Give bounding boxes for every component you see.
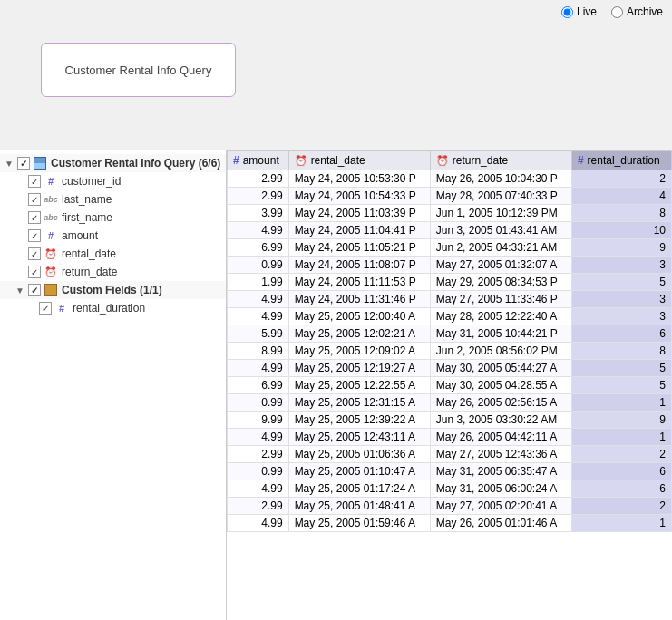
- table-icon: [33, 156, 47, 170]
- cell-amount: 6.99: [228, 239, 289, 257]
- query-box[interactable]: Customer Rental Info Query: [41, 43, 236, 97]
- tree-toggle-root[interactable]: ▼: [4, 159, 15, 169]
- col-label-return_date: return_date: [453, 154, 508, 167]
- cell-amount: 5.99: [228, 325, 289, 343]
- col-header-rental_duration[interactable]: # rental_duration: [571, 151, 671, 170]
- cell-rental_duration: 8: [571, 343, 671, 360]
- col-header-return_date[interactable]: ⏰ return_date: [430, 151, 571, 170]
- cell-rental_duration: 1: [571, 429, 671, 446]
- cell-return_date: May 29, 2005 08:34:53 P: [430, 274, 571, 291]
- cell-rental_duration: 5: [571, 274, 671, 291]
- tree-label-last_name: last_name: [62, 193, 112, 206]
- cell-return_date: May 26, 2005 10:04:30 P: [430, 170, 571, 188]
- archive-radio[interactable]: [611, 6, 623, 18]
- archive-label[interactable]: Archive: [627, 5, 663, 18]
- table-row: 0.99May 24, 2005 11:08:07 PMay 27, 2005 …: [228, 257, 672, 274]
- cell-rental_duration: 10: [571, 222, 671, 239]
- tree-label-rental_date: rental_date: [62, 247, 116, 260]
- cell-return_date: May 28, 2005 07:40:33 P: [430, 188, 571, 205]
- tree-toggle-spacer5: [15, 249, 25, 259]
- archive-radio-group[interactable]: Archive: [611, 5, 663, 18]
- hash-icon-col-rental_duration: #: [578, 154, 584, 167]
- clock-icon-return_date: ⏰: [44, 265, 58, 279]
- cell-return_date: May 31, 2005 06:00:24 A: [430, 480, 571, 498]
- cell-amount: 1.99: [228, 274, 289, 291]
- cell-rental_date: May 25, 2005 01:10:47 A: [288, 463, 430, 480]
- tree-item-last_name[interactable]: abc last_name: [0, 190, 226, 208]
- live-radio-group[interactable]: Live: [561, 5, 597, 18]
- cell-return_date: Jun 3, 2005 01:43:41 AM: [430, 222, 571, 239]
- tree-checkbox-custom[interactable]: [28, 284, 41, 296]
- cell-return_date: May 31, 2005 06:35:47 A: [430, 463, 571, 480]
- cell-amount: 6.99: [228, 377, 289, 394]
- right-panel[interactable]: # amount ⏰ rental_date ⏰ return_da: [227, 150, 672, 620]
- table-row: 0.99May 25, 2005 01:10:47 AMay 31, 2005 …: [228, 463, 672, 480]
- live-radio[interactable]: [561, 6, 573, 18]
- table-row: 1.99May 24, 2005 11:11:53 PMay 29, 2005 …: [228, 274, 672, 291]
- cell-rental_duration: 9: [571, 412, 671, 429]
- tree-checkbox-last_name[interactable]: [28, 193, 41, 206]
- col-label-rental_date: rental_date: [311, 154, 365, 167]
- cell-rental_date: May 25, 2005 12:02:21 A: [288, 325, 430, 343]
- tree-item-rental_date[interactable]: ⏰ rental_date: [0, 245, 226, 263]
- cell-return_date: May 26, 2005 01:01:46 A: [430, 515, 571, 532]
- tree-checkbox-customer_id[interactable]: [28, 175, 41, 188]
- table-row: 2.99May 24, 2005 10:53:30 PMay 26, 2005 …: [228, 170, 672, 188]
- cell-rental_duration: 3: [571, 291, 671, 308]
- tree-item-rental_duration[interactable]: # rental_duration: [0, 299, 226, 317]
- table-header-row: # amount ⏰ rental_date ⏰ return_da: [228, 151, 672, 170]
- tree-checkbox-first_name[interactable]: [28, 211, 41, 224]
- cell-rental_duration: 9: [571, 239, 671, 257]
- tree-toggle-custom[interactable]: ▼: [15, 286, 25, 295]
- tree-checkbox-amount[interactable]: [28, 229, 41, 242]
- tree-root[interactable]: ▼ Customer Rental Info Query (6/6): [0, 154, 226, 172]
- cell-amount: 0.99: [228, 463, 289, 480]
- cell-return_date: Jun 3, 2005 03:30:22 AM: [430, 412, 571, 429]
- tree-label-return_date: return_date: [62, 266, 117, 278]
- clock-icon-col-return_date: ⏰: [436, 155, 449, 167]
- tree-checkbox-rental_duration[interactable]: [39, 302, 52, 315]
- cell-rental_date: May 25, 2005 12:09:02 A: [288, 343, 430, 360]
- col-header-amount[interactable]: # amount: [228, 151, 289, 170]
- tree-label-rental_duration: rental_duration: [73, 302, 145, 315]
- tree-checkbox-return_date[interactable]: [28, 266, 41, 278]
- cell-amount: 4.99: [228, 291, 289, 308]
- table-row: 3.99May 24, 2005 11:03:39 PJun 1, 2005 1…: [228, 205, 672, 222]
- cell-amount: 4.99: [228, 429, 289, 446]
- live-label[interactable]: Live: [577, 5, 597, 18]
- cell-rental_duration: 3: [571, 257, 671, 274]
- cell-return_date: Jun 2, 2005 08:56:02 PM: [430, 343, 571, 360]
- cell-rental_duration: 8: [571, 205, 671, 222]
- cell-amount: 3.99: [228, 205, 289, 222]
- table-row: 9.99May 25, 2005 12:39:22 AJun 3, 2005 0…: [228, 412, 672, 429]
- tree-group-label: Custom Fields (1/1): [62, 284, 162, 296]
- cell-return_date: May 27, 2005 11:33:46 P: [430, 291, 571, 308]
- cell-rental_date: May 24, 2005 11:08:07 P: [288, 257, 430, 274]
- query-box-label: Customer Rental Info Query: [65, 63, 212, 77]
- cell-amount: 9.99: [228, 412, 289, 429]
- tree-checkbox-root[interactable]: [17, 157, 30, 170]
- tree-checkbox-rental_date[interactable]: [28, 247, 41, 260]
- hash-icon-col-amount: #: [233, 154, 239, 167]
- tree-toggle-spacer2: [15, 195, 25, 205]
- cell-amount: 4.99: [228, 480, 289, 498]
- cell-rental_duration: 3: [571, 308, 671, 325]
- tree-group-custom-fields[interactable]: ▼ Custom Fields (1/1): [0, 281, 226, 299]
- cell-rental_duration: 2: [571, 498, 671, 515]
- table-row: 4.99May 25, 2005 01:17:24 AMay 31, 2005 …: [228, 480, 672, 498]
- tree-item-return_date[interactable]: ⏰ return_date: [0, 263, 226, 281]
- col-header-rental_date[interactable]: ⏰ rental_date: [288, 151, 430, 170]
- table-row: 0.99May 25, 2005 12:31:15 AMay 26, 2005 …: [228, 394, 672, 412]
- cell-amount: 4.99: [228, 360, 289, 377]
- cell-return_date: Jun 1, 2005 10:12:39 PM: [430, 205, 571, 222]
- top-bar: Live Archive: [561, 5, 663, 18]
- tree-item-first_name[interactable]: abc first_name: [0, 208, 226, 227]
- tree-toggle-spacer: [15, 177, 25, 187]
- hash-icon-rental_duration: #: [54, 301, 69, 315]
- cell-rental_date: May 25, 2005 12:22:55 A: [288, 377, 430, 394]
- tree-item-customer_id[interactable]: # customer_id: [0, 172, 226, 190]
- cell-rental_duration: 4: [571, 188, 671, 205]
- cell-rental_date: May 25, 2005 12:19:27 A: [288, 360, 430, 377]
- col-label-amount: amount: [243, 154, 279, 167]
- tree-item-amount[interactable]: # amount: [0, 227, 226, 245]
